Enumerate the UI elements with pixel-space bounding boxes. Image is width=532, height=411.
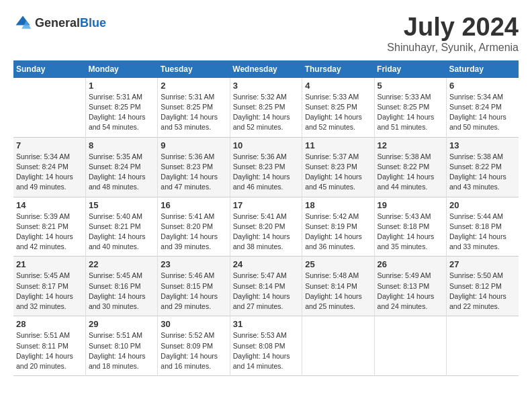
day-number: 18	[305, 200, 371, 210]
day-info: Sunrise: 5:41 AM Sunset: 8:20 PM Dayligh…	[161, 212, 226, 253]
calendar-cell: 4Sunrise: 5:33 AM Sunset: 8:25 PM Daylig…	[302, 78, 374, 137]
day-info: Sunrise: 5:36 AM Sunset: 8:23 PM Dayligh…	[161, 152, 226, 193]
day-number: 23	[161, 259, 226, 269]
calendar-cell: 10Sunrise: 5:36 AM Sunset: 8:23 PM Dayli…	[230, 137, 302, 197]
day-info: Sunrise: 5:45 AM Sunset: 8:17 PM Dayligh…	[16, 271, 83, 312]
logo-icon	[13, 13, 32, 32]
day-info: Sunrise: 5:33 AM Sunset: 8:25 PM Dayligh…	[305, 92, 371, 133]
calendar-cell: 19Sunrise: 5:43 AM Sunset: 8:18 PM Dayli…	[374, 197, 446, 257]
calendar-header-row: SundayMondayTuesdayWednesdayThursdayFrid…	[13, 60, 519, 78]
day-number: 28	[16, 319, 83, 329]
calendar-cell: 26Sunrise: 5:49 AM Sunset: 8:13 PM Dayli…	[374, 257, 446, 316]
calendar-cell	[13, 78, 85, 137]
calendar-cell: 27Sunrise: 5:50 AM Sunset: 8:12 PM Dayli…	[447, 257, 519, 316]
day-number: 6	[449, 81, 516, 91]
day-info: Sunrise: 5:47 AM Sunset: 8:14 PM Dayligh…	[233, 271, 299, 312]
logo-text-blue: Blue	[80, 16, 106, 30]
calendar-cell	[374, 316, 446, 376]
calendar-cell: 7Sunrise: 5:34 AM Sunset: 8:24 PM Daylig…	[13, 137, 85, 197]
day-info: Sunrise: 5:38 AM Sunset: 8:22 PM Dayligh…	[378, 152, 443, 193]
day-number: 22	[89, 259, 154, 269]
calendar-cell: 20Sunrise: 5:44 AM Sunset: 8:18 PM Dayli…	[447, 197, 519, 257]
calendar-header-wednesday: Wednesday	[230, 60, 302, 78]
day-number: 30	[161, 319, 226, 329]
day-number: 29	[89, 319, 154, 329]
calendar-week-row: 28Sunrise: 5:51 AM Sunset: 8:11 PM Dayli…	[13, 316, 519, 376]
day-info: Sunrise: 5:51 AM Sunset: 8:11 PM Dayligh…	[16, 330, 83, 371]
calendar-week-row: 14Sunrise: 5:39 AM Sunset: 8:21 PM Dayli…	[13, 197, 519, 257]
calendar-cell: 25Sunrise: 5:48 AM Sunset: 8:14 PM Dayli…	[302, 257, 374, 316]
calendar-header-saturday: Saturday	[447, 60, 519, 78]
day-number: 12	[378, 140, 443, 150]
logo: GeneralBlue	[13, 13, 106, 32]
calendar-cell: 6Sunrise: 5:34 AM Sunset: 8:24 PM Daylig…	[447, 78, 519, 137]
calendar-cell: 30Sunrise: 5:52 AM Sunset: 8:09 PM Dayli…	[158, 316, 230, 376]
day-number: 9	[161, 140, 226, 150]
day-number: 13	[449, 140, 516, 150]
day-number: 10	[233, 140, 299, 150]
calendar-header-friday: Friday	[374, 60, 446, 78]
calendar-cell: 22Sunrise: 5:45 AM Sunset: 8:16 PM Dayli…	[85, 257, 157, 316]
day-number: 24	[233, 259, 299, 269]
day-info: Sunrise: 5:48 AM Sunset: 8:14 PM Dayligh…	[305, 271, 371, 312]
day-info: Sunrise: 5:50 AM Sunset: 8:12 PM Dayligh…	[449, 271, 516, 312]
day-number: 7	[16, 140, 83, 150]
calendar-cell: 17Sunrise: 5:41 AM Sunset: 8:20 PM Dayli…	[230, 197, 302, 257]
day-number: 15	[89, 200, 154, 210]
calendar-cell: 5Sunrise: 5:33 AM Sunset: 8:25 PM Daylig…	[374, 78, 446, 137]
calendar-cell: 28Sunrise: 5:51 AM Sunset: 8:11 PM Dayli…	[13, 316, 85, 376]
day-number: 8	[89, 140, 154, 150]
calendar-cell: 23Sunrise: 5:46 AM Sunset: 8:15 PM Dayli…	[158, 257, 230, 316]
day-info: Sunrise: 5:39 AM Sunset: 8:21 PM Dayligh…	[16, 212, 83, 253]
title-section: July 2024 Shinuhayr, Syunik, Armenia	[387, 13, 519, 54]
calendar-cell	[302, 316, 374, 376]
calendar-table: SundayMondayTuesdayWednesdayThursdayFrid…	[13, 60, 519, 376]
day-number: 2	[161, 81, 226, 91]
logo-text-general: General	[35, 16, 80, 30]
day-number: 19	[378, 200, 443, 210]
day-info: Sunrise: 5:31 AM Sunset: 8:25 PM Dayligh…	[161, 92, 226, 133]
location-title: Shinuhayr, Syunik, Armenia	[387, 42, 519, 54]
calendar-header-thursday: Thursday	[302, 60, 374, 78]
day-info: Sunrise: 5:34 AM Sunset: 8:24 PM Dayligh…	[16, 152, 83, 193]
calendar-header-tuesday: Tuesday	[158, 60, 230, 78]
day-info: Sunrise: 5:52 AM Sunset: 8:09 PM Dayligh…	[161, 330, 226, 371]
calendar-header-monday: Monday	[85, 60, 157, 78]
day-info: Sunrise: 5:36 AM Sunset: 8:23 PM Dayligh…	[233, 152, 299, 193]
calendar-cell: 9Sunrise: 5:36 AM Sunset: 8:23 PM Daylig…	[158, 137, 230, 197]
day-info: Sunrise: 5:38 AM Sunset: 8:22 PM Dayligh…	[449, 152, 516, 193]
calendar-cell: 14Sunrise: 5:39 AM Sunset: 8:21 PM Dayli…	[13, 197, 85, 257]
calendar-cell: 24Sunrise: 5:47 AM Sunset: 8:14 PM Dayli…	[230, 257, 302, 316]
day-number: 16	[161, 200, 226, 210]
calendar-cell: 11Sunrise: 5:37 AM Sunset: 8:23 PM Dayli…	[302, 137, 374, 197]
day-info: Sunrise: 5:32 AM Sunset: 8:25 PM Dayligh…	[233, 92, 299, 133]
day-info: Sunrise: 5:31 AM Sunset: 8:25 PM Dayligh…	[89, 92, 154, 133]
month-title: July 2024	[387, 13, 519, 42]
calendar-cell: 13Sunrise: 5:38 AM Sunset: 8:22 PM Dayli…	[447, 137, 519, 197]
calendar-cell: 1Sunrise: 5:31 AM Sunset: 8:25 PM Daylig…	[85, 78, 157, 137]
day-info: Sunrise: 5:45 AM Sunset: 8:16 PM Dayligh…	[89, 271, 154, 312]
day-info: Sunrise: 5:42 AM Sunset: 8:19 PM Dayligh…	[305, 212, 371, 253]
calendar-cell: 3Sunrise: 5:32 AM Sunset: 8:25 PM Daylig…	[230, 78, 302, 137]
calendar-cell: 15Sunrise: 5:40 AM Sunset: 8:21 PM Dayli…	[85, 197, 157, 257]
day-info: Sunrise: 5:37 AM Sunset: 8:23 PM Dayligh…	[305, 152, 371, 193]
day-info: Sunrise: 5:43 AM Sunset: 8:18 PM Dayligh…	[378, 212, 443, 253]
day-info: Sunrise: 5:49 AM Sunset: 8:13 PM Dayligh…	[378, 271, 443, 312]
day-info: Sunrise: 5:40 AM Sunset: 8:21 PM Dayligh…	[89, 212, 154, 253]
day-number: 25	[305, 259, 371, 269]
day-number: 21	[16, 259, 83, 269]
calendar-cell: 2Sunrise: 5:31 AM Sunset: 8:25 PM Daylig…	[158, 78, 230, 137]
day-info: Sunrise: 5:44 AM Sunset: 8:18 PM Dayligh…	[449, 212, 516, 253]
calendar-cell: 29Sunrise: 5:51 AM Sunset: 8:10 PM Dayli…	[85, 316, 157, 376]
day-info: Sunrise: 5:53 AM Sunset: 8:08 PM Dayligh…	[233, 330, 299, 371]
day-number: 17	[233, 200, 299, 210]
day-info: Sunrise: 5:33 AM Sunset: 8:25 PM Dayligh…	[378, 92, 443, 133]
day-info: Sunrise: 5:46 AM Sunset: 8:15 PM Dayligh…	[161, 271, 226, 312]
day-info: Sunrise: 5:35 AM Sunset: 8:24 PM Dayligh…	[89, 152, 154, 193]
day-number: 27	[449, 259, 516, 269]
day-number: 14	[16, 200, 83, 210]
day-number: 4	[305, 81, 371, 91]
calendar-cell: 18Sunrise: 5:42 AM Sunset: 8:19 PM Dayli…	[302, 197, 374, 257]
calendar-cell: 16Sunrise: 5:41 AM Sunset: 8:20 PM Dayli…	[158, 197, 230, 257]
day-number: 20	[449, 200, 516, 210]
